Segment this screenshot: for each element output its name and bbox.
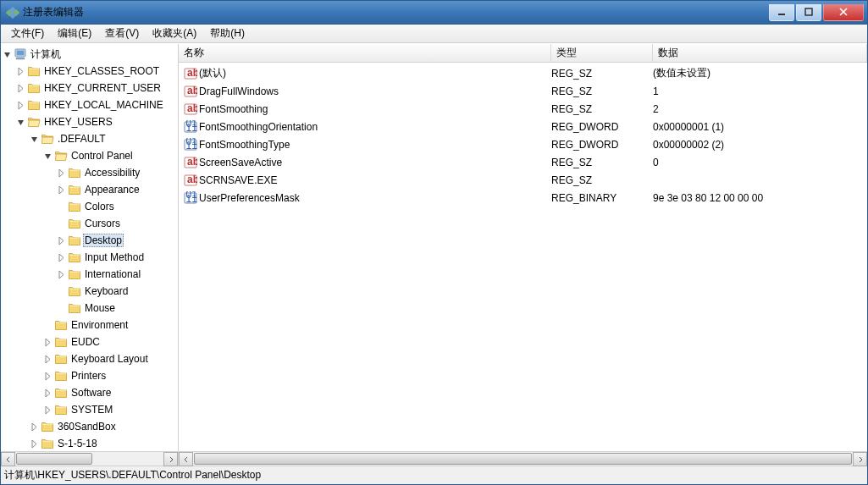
tree-keyboard[interactable]: Keyboard (1, 283, 178, 300)
tree-label: Input Method (83, 251, 146, 264)
folder-icon (54, 369, 68, 383)
menu-edit[interactable]: 编辑(E) (51, 24, 98, 43)
tree-root[interactable]: 计算机 (1, 46, 178, 63)
menu-file[interactable]: 文件(F) (4, 24, 51, 43)
expand-icon[interactable] (57, 236, 66, 245)
value-type: REG_BINARY (551, 192, 653, 204)
expand-icon[interactable] (43, 355, 53, 364)
tree-colors[interactable]: Colors (1, 198, 178, 215)
tree-software[interactable]: Software (1, 384, 178, 401)
expand-icon[interactable] (57, 168, 66, 178)
tree-label: Keyboard Layout (69, 352, 150, 366)
tree-hscroll[interactable] (1, 451, 178, 466)
tree-system[interactable]: SYSTEM (1, 401, 178, 418)
scroll-thumb[interactable] (194, 453, 852, 465)
value-name: FontSmoothing (199, 103, 268, 115)
col-name[interactable]: 名称 (179, 44, 551, 62)
scroll-thumb[interactable] (16, 453, 92, 465)
folder-icon (68, 200, 81, 213)
menu-favorites[interactable]: 收藏夹(A) (146, 24, 203, 43)
list-hscroll[interactable] (179, 451, 867, 466)
folder-icon (68, 234, 81, 247)
list-row[interactable]: ScreenSaveActiveREG_SZ0 (179, 153, 867, 171)
expand-icon[interactable] (43, 152, 53, 161)
expand-icon[interactable] (57, 253, 66, 262)
tree-label: Keyboard (83, 284, 130, 298)
list-row[interactable]: SCRNSAVE.EXEREG_SZ (179, 171, 867, 189)
tree-label: Appearance (83, 183, 141, 196)
tree-kbl[interactable]: Keyboard Layout (1, 350, 178, 367)
col-data[interactable]: 数据 (653, 44, 867, 62)
tree-hkcu[interactable]: HKEY_CURRENT_USER (1, 80, 178, 96)
expand-icon[interactable] (16, 67, 25, 76)
tree-eudc[interactable]: EUDC (1, 333, 178, 350)
minimize-button[interactable] (769, 4, 794, 21)
menubar: 文件(F) 编辑(E) 查看(V) 收藏夹(A) 帮助(H) (1, 25, 867, 43)
list-row[interactable]: FontSmoothingTypeREG_DWORD0x00000002 (2) (179, 135, 867, 153)
expand-icon[interactable] (43, 338, 53, 347)
expand-icon[interactable] (16, 84, 25, 93)
list-row[interactable]: (默认)REG_SZ(数值未设置) (179, 64, 867, 82)
expand-icon[interactable] (16, 118, 25, 127)
tree-label: Software (69, 386, 113, 400)
computer-icon (14, 47, 27, 61)
expand-icon[interactable] (30, 439, 39, 449)
tree-label: Control Panel (69, 149, 135, 163)
expand-icon[interactable] (43, 389, 53, 398)
expand-icon[interactable] (43, 372, 53, 381)
expand-icon[interactable] (30, 422, 39, 432)
scroll-left-button[interactable] (1, 452, 15, 466)
tree-body[interactable]: 计算机 HKEY_CLASSES_ROOT HKEY_CURRENT_USER … (1, 44, 178, 451)
folder-icon (41, 420, 54, 433)
col-type[interactable]: 类型 (551, 44, 653, 62)
tree-default[interactable]: .DEFAULT (1, 130, 178, 147)
tree-label: HKEY_LOCAL_MACHINE (42, 98, 165, 112)
tree-printers[interactable]: Printers (1, 367, 178, 384)
menu-help[interactable]: 帮助(H) (203, 24, 252, 43)
folder-icon (54, 335, 68, 349)
expand-icon[interactable] (57, 185, 66, 195)
tree-controlpanel[interactable]: Control Panel (1, 147, 178, 164)
tree-label: .DEFAULT (56, 132, 107, 146)
scroll-left-button[interactable] (179, 452, 193, 466)
titlebar[interactable]: 注册表编辑器 (1, 1, 867, 25)
tree-pane: 计算机 HKEY_CLASSES_ROOT HKEY_CURRENT_USER … (1, 44, 179, 466)
value-data: 0x00000002 (2) (653, 139, 867, 151)
tree-accessibility[interactable]: Accessibility (1, 164, 178, 181)
list-row[interactable]: UserPreferencesMaskREG_BINARY9e 3e 03 80… (179, 189, 867, 207)
expand-icon[interactable] (30, 135, 39, 144)
list-row[interactable]: FontSmoothingOrientationREG_DWORD0x00000… (179, 118, 867, 135)
tree-appearance[interactable]: Appearance (1, 181, 178, 198)
scroll-right-button[interactable] (163, 452, 178, 466)
expand-icon[interactable] (16, 101, 25, 110)
tree-input-method[interactable]: Input Method (1, 249, 178, 266)
list-body[interactable]: (默认)REG_SZ(数值未设置)DragFullWindowsREG_SZ1F… (179, 63, 867, 451)
tree-mouse[interactable]: Mouse (1, 300, 178, 317)
list-row[interactable]: DragFullWindowsREG_SZ1 (179, 82, 867, 100)
tree-cursors[interactable]: Cursors (1, 215, 178, 232)
expand-icon[interactable] (43, 405, 53, 415)
close-button[interactable] (823, 4, 864, 21)
expand-icon[interactable] (3, 50, 12, 59)
tree-environment[interactable]: Environment (1, 317, 178, 333)
regedit-window: 注册表编辑器 文件(F) 编辑(E) 查看(V) 收藏夹(A) 帮助(H) 计算… (0, 0, 868, 485)
menu-view[interactable]: 查看(V) (98, 24, 146, 43)
tree-hku[interactable]: HKEY_USERS (1, 113, 178, 130)
tree-hkcr[interactable]: HKEY_CLASSES_ROOT (1, 63, 178, 80)
expand-icon[interactable] (57, 270, 66, 279)
value-data: 1 (653, 85, 867, 97)
value-name: SCRNSAVE.EXE (199, 174, 277, 186)
tree-s1518[interactable]: S-1-5-18 (1, 435, 178, 451)
tree-label: SYSTEM (69, 403, 114, 416)
tree-360sandbox[interactable]: 360SandBox (1, 418, 178, 435)
list-row[interactable]: FontSmoothingREG_SZ2 (179, 100, 867, 118)
app-icon (6, 6, 19, 19)
scroll-right-button[interactable] (853, 452, 867, 466)
tree-hklm[interactable]: HKEY_LOCAL_MACHINE (1, 96, 178, 113)
maximize-button[interactable] (796, 4, 821, 21)
tree-desktop[interactable]: Desktop (1, 232, 178, 249)
folder-icon (54, 403, 68, 416)
tree-label: S-1-5-18 (56, 437, 99, 450)
tree-international[interactable]: International (1, 266, 178, 283)
value-name: DragFullWindows (199, 85, 279, 97)
